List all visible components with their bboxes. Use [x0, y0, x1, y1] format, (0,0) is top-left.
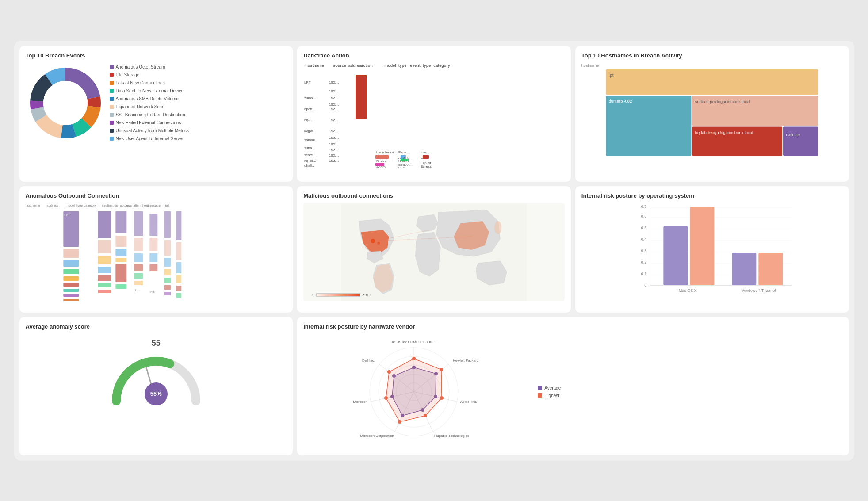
- svg-point-167: [412, 357, 416, 360]
- svg-rect-79: [98, 256, 111, 264]
- svg-text:lpt: lpt: [608, 73, 613, 77]
- map-svg: [303, 203, 565, 301]
- svg-text:Celeste: Celeste: [786, 132, 800, 137]
- svg-rect-112: [176, 275, 181, 283]
- svg-rect-111: [176, 262, 181, 273]
- svg-text:LPT: LPT: [304, 80, 311, 84]
- anomalous-outbound-panel: Anomalous Outbound Connection hostname a…: [19, 186, 293, 313]
- svg-rect-94: [134, 273, 143, 279]
- svg-text:192....: 192....: [329, 153, 339, 157]
- svg-rect-138: [663, 226, 688, 285]
- internal-risk-vendor-title: Internal risk posture by hardware vendor: [303, 323, 842, 330]
- svg-text:Microsoft Corporation: Microsoft Corporation: [360, 434, 394, 438]
- svg-rect-139: [690, 207, 714, 285]
- svg-rect-95: [134, 281, 143, 285]
- svg-text:Egress: Egress: [421, 164, 432, 168]
- svg-text:Device...: Device...: [376, 159, 390, 163]
- legend-highest: Highest: [538, 393, 561, 398]
- svg-text:surface-pro.logpointbank.local: surface-pro.logpointbank.local: [695, 99, 750, 104]
- svg-rect-81: [98, 275, 111, 281]
- svg-text:192....: 192....: [329, 148, 339, 152]
- svg-point-116: [494, 221, 501, 234]
- svg-text:Dell Inc.: Dell Inc.: [362, 359, 375, 363]
- svg-rect-59: [606, 96, 691, 156]
- svg-rect-67: [63, 211, 79, 247]
- svg-rect-103: [164, 240, 171, 256]
- svg-text:scarc...: scarc...: [304, 153, 316, 157]
- svg-text:192....: 192....: [329, 107, 339, 111]
- bar-chart-svg: 0 0.1 0.2 0.3 0.4 0.5 0.6 0.7: [581, 203, 843, 301]
- breach-events-title: Top 10 Breach Events: [26, 52, 287, 59]
- hostnames-title: Top 10 Hostnames in Breach Activity: [581, 52, 843, 59]
- darktrace-svg: LPT zuma... bport... hq-l... logpo... sa…: [303, 70, 565, 168]
- svg-rect-104: [164, 258, 171, 267]
- gauge-value: 55: [152, 339, 161, 348]
- svg-point-171: [398, 420, 401, 424]
- svg-text:192....: 192....: [329, 96, 339, 100]
- svg-point-172: [384, 396, 388, 400]
- radar-container: ASUSTek COMPUTER INC. Hewlett Packard Ap…: [303, 334, 842, 449]
- svg-text:hq-se...: hq-se...: [304, 159, 316, 163]
- breach-events-content: Anomalous Octet Stream File Storage Lots…: [26, 63, 287, 143]
- legend-item-9: New User Agent To Internal Server: [110, 135, 189, 143]
- svg-rect-140: [732, 253, 756, 285]
- svg-text:breach/usu...: breach/usu...: [376, 150, 397, 154]
- dashboard: Top 10 Breach Events: [14, 41, 854, 461]
- svg-point-170: [424, 414, 427, 417]
- average-dot: [538, 386, 542, 390]
- internal-risk-vendor-panel: Internal risk posture by hardware vendor: [297, 317, 849, 455]
- svg-rect-34: [356, 75, 367, 119]
- svg-rect-69: [63, 249, 79, 258]
- svg-text:hq-l...: hq-l...: [304, 118, 313, 122]
- svg-rect-107: [164, 285, 171, 290]
- highest-dot: [538, 393, 542, 398]
- svg-rect-109: [176, 211, 181, 240]
- svg-rect-97: [149, 214, 157, 236]
- svg-rect-88: [115, 264, 126, 282]
- svg-text:192....: 192....: [329, 89, 339, 93]
- svg-text:0.3: 0.3: [641, 249, 647, 253]
- svg-rect-71: [63, 269, 79, 274]
- svg-text:0.1: 0.1: [641, 272, 647, 276]
- svg-text:192....: 192....: [329, 118, 339, 122]
- svg-text:Anom...: Anom...: [376, 165, 389, 168]
- svg-rect-89: [115, 284, 126, 289]
- radar-legend: Average Highest: [538, 386, 561, 398]
- svg-rect-86: [115, 249, 126, 256]
- svg-text:Hewlett Packard: Hewlett Packard: [453, 359, 478, 363]
- darktrace-viz: LPT zuma... bport... hq-l... logpo... sa…: [303, 70, 565, 168]
- svg-rect-36: [375, 155, 389, 159]
- scale-max: 3911: [362, 293, 371, 297]
- scale-min: 0: [312, 293, 314, 297]
- darktrace-panel: Darktrace Action hostname source_address…: [297, 46, 571, 182]
- svg-text:0: 0: [644, 283, 646, 287]
- treemap-svg: lpt dumarpi-082 surface-pro.logpointbank…: [581, 69, 843, 176]
- svg-rect-110: [176, 242, 181, 260]
- malicious-outbound-panel: Malicious outbound connections: [297, 186, 571, 313]
- svg-text:0.7: 0.7: [641, 204, 647, 209]
- hostnames-column-label: hostname: [581, 63, 843, 68]
- svg-rect-99: [149, 253, 157, 262]
- svg-rect-108: [164, 292, 171, 295]
- svg-rect-76: [63, 299, 79, 301]
- darktrace-title: Darktrace Action: [303, 52, 565, 59]
- bar-chart: 0 0.1 0.2 0.3 0.4 0.5 0.6 0.7: [581, 203, 843, 301]
- svg-rect-74: [63, 289, 79, 292]
- legend-item-7: New Failed External Connections: [110, 119, 189, 127]
- svg-text:0.5: 0.5: [641, 226, 647, 230]
- svg-rect-91: [134, 238, 143, 251]
- svg-text:Expa...: Expa...: [398, 150, 409, 154]
- svg-rect-90: [134, 211, 143, 236]
- svg-text:Plugable Technologies: Plugable Technologies: [434, 434, 469, 438]
- svg-text:logpo...: logpo...: [304, 129, 316, 133]
- svg-rect-45: [401, 159, 409, 161]
- svg-rect-141: [758, 253, 783, 285]
- svg-rect-53: [423, 155, 429, 159]
- svg-text:192....: 192....: [329, 80, 339, 84]
- svg-text:Windows NT kernel: Windows NT kernel: [741, 288, 776, 293]
- world-map: 0 3911: [303, 203, 565, 301]
- breach-events-panel: Top 10 Breach Events: [19, 46, 293, 182]
- svg-marker-166: [386, 359, 442, 422]
- highest-label: Highest: [544, 393, 559, 398]
- svg-text:dhall...: dhall...: [304, 164, 315, 168]
